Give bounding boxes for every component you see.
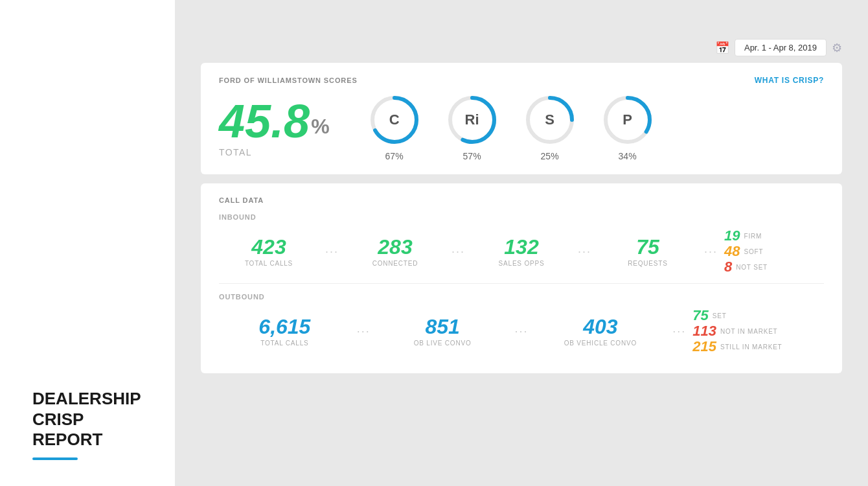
outbound-total-calls-value: 6,615	[258, 316, 310, 337]
ring-pct: 25%	[541, 151, 559, 161]
ob-stillin-value: 215	[692, 340, 716, 354]
outbound-section: OUTBOUND 6,615 TOTAL CALLS ··· 851 OB LI…	[219, 293, 824, 354]
inbound-connected-value: 283	[378, 237, 412, 257]
ring-pct: 34%	[619, 151, 637, 161]
sep2: ···	[445, 245, 472, 259]
inbound-sales-opps-value: 132	[504, 237, 538, 257]
inbound-appointments: 19 FIRM 48 SOFT 8 NOT SET	[724, 229, 824, 274]
what-is-crisp-link[interactable]: WHAT IS CRISP?	[755, 76, 824, 85]
ring-item-c: C 67%	[369, 94, 420, 161]
appt-notset-value: 8	[724, 260, 732, 274]
inbound-connected-label: CONNECTED	[372, 260, 418, 267]
ob-notmarket-label: NOT IN MARKET	[720, 328, 778, 335]
percent-symbol: %	[311, 115, 329, 138]
inbound-requests-label: REQUESTS	[628, 260, 667, 267]
ring-wrap: S	[524, 94, 576, 146]
appt-firm-label: FIRM	[744, 233, 762, 240]
sidebar-underline	[32, 457, 78, 460]
appt-soft-label: SOFT	[744, 248, 763, 255]
outbound-total-calls: 6,615 TOTAL CALLS	[219, 316, 350, 347]
ob-stillin-row: 215 STILL IN MARKET	[692, 340, 782, 354]
ring-wrap: P	[602, 94, 654, 146]
call-data-title: CALL DATA	[219, 196, 264, 204]
sep5: ···	[350, 325, 377, 338]
total-score-display: 45.8%	[219, 98, 330, 145]
appt-soft-value: 48	[724, 244, 740, 259]
appt-firm-value: 19	[724, 229, 740, 243]
inbound-metrics-row: 423 TOTAL CALLS ··· 283 CONNECTED ··· 13…	[219, 229, 824, 274]
inbound-label: INBOUND	[219, 213, 824, 221]
section-divider	[219, 283, 824, 284]
appt-firm-row: 19 FIRM	[724, 229, 762, 243]
ring-letter: C	[389, 111, 400, 128]
inbound-requests: 75 REQUESTS	[598, 237, 698, 267]
sep1: ···	[319, 245, 345, 259]
main-content: 📅 Apr. 1 - Apr 8, 2019 ⚙ FORD OF WILLIAM…	[175, 0, 868, 486]
inbound-requests-value: 75	[636, 237, 659, 257]
total-score-value: 45.8	[219, 95, 310, 147]
ob-stillin-label: STILL IN MARKET	[720, 343, 782, 351]
scores-title: FORD OF WILLIAMSTOWN SCORES	[219, 76, 358, 84]
outbound-label: OUTBOUND	[219, 293, 824, 301]
inbound-connected: 283 CONNECTED	[345, 237, 445, 267]
ring-letter: P	[622, 111, 632, 128]
inbound-section: INBOUND 423 TOTAL CALLS ··· 283 CONNECTE…	[219, 213, 824, 274]
ob-notmarket-row: 113 NOT IN MARKET	[692, 324, 777, 338]
outbound-vehicle-convo-value: 403	[583, 316, 617, 337]
ring-pct: 57%	[463, 151, 481, 161]
inbound-total-calls-value: 423	[251, 237, 286, 257]
outbound-live-convo-label: OB LIVE CONVO	[414, 340, 472, 347]
sep6: ···	[508, 325, 534, 338]
inbound-sales-opps: 132 SALES OPPS	[472, 237, 571, 267]
sidebar-title: DEALERSHIP CRISP REPORT	[32, 389, 143, 450]
appt-soft-row: 48 SOFT	[724, 244, 763, 259]
ring-letter: S	[545, 111, 554, 128]
sidebar: DEALERSHIP CRISP REPORT	[0, 0, 175, 486]
gear-icon[interactable]: ⚙	[832, 41, 842, 55]
total-score-block: 45.8% TOTAL	[219, 98, 330, 157]
calendar-icon: 📅	[715, 41, 729, 55]
inbound-total-calls: 423 TOTAL CALLS	[219, 237, 319, 267]
date-range-button[interactable]: Apr. 1 - Apr 8, 2019	[735, 39, 827, 56]
ob-set-row: 75 SET	[692, 308, 726, 323]
ob-set-label: SET	[713, 312, 727, 319]
outbound-vehicle-convo: 403 OB VEHICLE CONVO	[535, 316, 667, 347]
scores-body: 45.8% TOTAL C 67% Ri	[219, 94, 824, 161]
ring-wrap: Ri	[446, 94, 498, 146]
appt-notset-row: 8 NOT SET	[724, 260, 768, 274]
ring-item-p: P 34%	[602, 94, 654, 161]
ring-wrap: C	[369, 94, 420, 146]
ring-item-s: S 25%	[524, 94, 576, 161]
inbound-sales-opps-label: SALES OPPS	[499, 260, 545, 267]
call-data-header: CALL DATA	[219, 196, 824, 204]
outbound-metrics-row: 6,615 TOTAL CALLS ··· 851 OB LIVE CONVO …	[219, 308, 824, 354]
rings-container: C 67% Ri 57% S 25%	[369, 94, 654, 161]
outbound-status-block: 75 SET 113 NOT IN MARKET 215 STILL IN MA…	[692, 308, 824, 354]
scores-card-header: FORD OF WILLIAMSTOWN SCORES WHAT IS CRIS…	[219, 76, 824, 85]
outbound-vehicle-convo-label: OB VEHICLE CONVO	[564, 340, 637, 347]
outbound-live-convo: 851 OB LIVE CONVO	[377, 316, 508, 347]
ob-notmarket-value: 113	[692, 324, 716, 338]
ring-item-ri: Ri 57%	[446, 94, 498, 161]
ring-letter: Ri	[465, 111, 479, 128]
ob-set-value: 75	[692, 308, 708, 323]
sep3: ···	[571, 245, 598, 259]
call-data-card: CALL DATA INBOUND 423 TOTAL CALLS ··· 28…	[201, 183, 842, 373]
outbound-total-calls-label: TOTAL CALLS	[260, 340, 308, 347]
sep4: ···	[698, 245, 724, 259]
inbound-total-calls-label: TOTAL CALLS	[245, 260, 293, 267]
total-score-label: TOTAL	[219, 147, 330, 157]
date-bar: 📅 Apr. 1 - Apr 8, 2019 ⚙	[201, 39, 842, 56]
sep7: ···	[666, 325, 692, 338]
appt-notset-label: NOT SET	[736, 264, 768, 271]
ring-pct: 67%	[385, 151, 404, 161]
scores-card: FORD OF WILLIAMSTOWN SCORES WHAT IS CRIS…	[201, 63, 842, 174]
outbound-live-convo-value: 851	[425, 316, 459, 337]
